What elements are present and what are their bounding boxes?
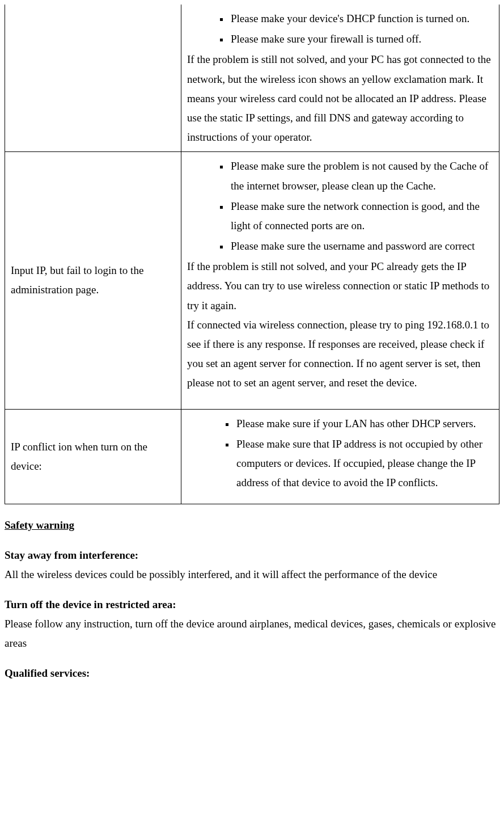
- list-item: Please make sure if your LAN has other D…: [235, 414, 493, 433]
- bullet-list: Please make your device's DHCP function …: [187, 9, 493, 49]
- interference-heading: Stay away from interference:: [5, 546, 499, 565]
- bullet-list: Please make sure the problem is not caus…: [187, 157, 493, 256]
- solution-paragraph: If the problem is still not solved, and …: [187, 257, 493, 315]
- table-row: Input IP, but fail to login to the admin…: [5, 152, 499, 409]
- solution-cell: Please make sure the problem is not caus…: [181, 152, 499, 409]
- troubleshooting-table: Please make your device's DHCP function …: [5, 5, 499, 504]
- list-item: Please make sure the username and passwo…: [230, 237, 493, 256]
- list-item: Please make your device's DHCP function …: [230, 9, 493, 28]
- safety-warning-heading: Safety warning: [5, 516, 499, 535]
- list-item: Please make sure your firewall is turned…: [230, 29, 493, 49]
- bullet-list: Please make sure if your LAN has other D…: [187, 414, 493, 493]
- restricted-area-text: Please follow any instruction, turn off …: [5, 614, 499, 653]
- solution-paragraph: If the problem is still not solved, and …: [187, 50, 493, 147]
- table-row: Please make your device's DHCP function …: [5, 5, 499, 152]
- list-item: Please make sure the problem is not caus…: [230, 157, 493, 195]
- solution-cell: Please make your device's DHCP function …: [181, 5, 499, 152]
- problem-cell: IP conflict ion when turn on the device:: [5, 409, 181, 504]
- list-item: Please make sure that IP address is not …: [235, 435, 493, 493]
- problem-cell: Input IP, but fail to login to the admin…: [5, 152, 181, 409]
- table-row: IP conflict ion when turn on the device:…: [5, 409, 499, 504]
- restricted-area-heading: Turn off the device in restricted area:: [5, 595, 499, 614]
- qualified-services-heading: Qualified services:: [5, 664, 499, 683]
- interference-text: All the wireless devices could be possib…: [5, 565, 499, 584]
- problem-cell: [5, 5, 181, 152]
- list-item: Please make sure the network connection …: [230, 197, 493, 235]
- solution-cell: Please make sure if your LAN has other D…: [181, 409, 499, 504]
- solution-paragraph: If connected via wireless connection, pl…: [187, 315, 493, 393]
